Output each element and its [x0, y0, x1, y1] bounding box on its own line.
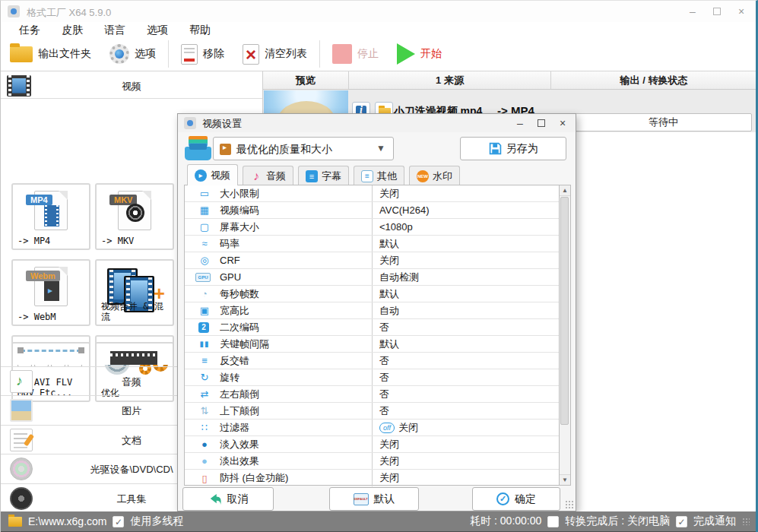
setting-value: <1080p — [379, 221, 413, 233]
scroll-down-arrow[interactable]: ▼ — [560, 474, 570, 485]
chip-icon: ▦ — [197, 204, 212, 216]
format-card-merge[interactable]: +视频合并 & 混流 — [95, 259, 174, 326]
settings-tabs: ▸视频♪音频≡字幕≡其他NEW水印 — [187, 166, 460, 185]
preset-value: 最优化的质量和大小 — [236, 143, 332, 157]
tab-音频[interactable]: ♪音频 — [243, 166, 293, 185]
setting-value: 关闭 — [379, 187, 399, 201]
setting-value: 否 — [379, 354, 389, 368]
scrollbar-thumb[interactable] — [560, 197, 569, 425]
save-as-button[interactable]: 另存为 — [460, 137, 566, 160]
remove-button[interactable]: 移除 — [172, 39, 233, 69]
dialog-maximize-button[interactable] — [536, 117, 547, 129]
setting-row-flip-horizontal[interactable]: ⇄左右颠倒否 — [185, 386, 559, 403]
tray-bin — [185, 147, 211, 160]
setting-row-gpu[interactable]: GPUGPU自动检测 — [185, 269, 559, 286]
format-card-mp4[interactable]: MP4-> MP4 — [11, 183, 90, 250]
tab-水印[interactable]: NEW水印 — [409, 166, 460, 185]
gear-icon — [109, 44, 129, 64]
setting-value: 关闭 — [379, 471, 399, 485]
menu-item-4[interactable]: 选项 — [136, 22, 179, 37]
film-play-art — [44, 281, 59, 301]
notify-checkbox[interactable]: ✓ — [676, 516, 687, 527]
setting-row-chip[interactable]: ▦视频编码AVC(H264) — [185, 202, 559, 219]
setting-row-flip-vertical[interactable]: ⇅上下颠倒否 — [185, 403, 559, 420]
quality-preset-dropdown[interactable]: 最优化的质量和大小 ▼ — [213, 137, 394, 160]
setting-row-waves[interactable]: ≈码率默认 — [185, 236, 559, 252]
shutdown-after-checkbox[interactable] — [547, 516, 559, 527]
stop-button[interactable]: 停止 — [323, 39, 388, 69]
setting-label: GPU — [220, 271, 241, 283]
dialog-title-bar: 视频设置 – × — [178, 114, 576, 132]
multithread-checkbox[interactable]: ✓ — [113, 516, 124, 527]
menu-item-3[interactable]: 语言 — [94, 22, 136, 37]
title-bar: 格式工厂 X64 5.9.0 – × — [1, 1, 756, 22]
column-output: 输出 / 转换状态 — [551, 71, 756, 89]
setting-row-filter[interactable]: ∷过滤器off关闭 — [185, 420, 559, 436]
video-card-partial[interactable] — [95, 342, 174, 365]
setting-value: 自动检测 — [379, 271, 419, 284]
toolbar: 输出文件夹 选项 移除 清空列表 停止 开始 — [1, 37, 756, 71]
menu-item-5[interactable]: 帮助 — [179, 22, 221, 37]
conversion-status: 等待中 — [575, 113, 752, 131]
setting-row-monitor[interactable]: ▢屏幕大小<1080p — [185, 219, 559, 236]
play-icon — [397, 43, 415, 65]
format-card-mkv[interactable]: MKV-> MKV — [95, 183, 174, 250]
video-settings-dialog: 视频设置 – × 最优化的质量和大小 ▼ 另存为 ▸视频♪音频≡字幕≡其他NEW… — [177, 113, 576, 511]
rotate-icon: ↻ — [197, 372, 212, 383]
card-label: -> WebM — [17, 312, 87, 322]
default-button[interactable]: 默认 — [329, 487, 419, 511]
setting-row-aspect-ratio[interactable]: ▣宽高比自动 — [185, 302, 559, 319]
crop-card-partial[interactable] — [11, 342, 90, 365]
minimize-button[interactable]: – — [687, 5, 698, 17]
remove-document-icon — [181, 44, 198, 65]
window-resize-grip[interactable] — [742, 518, 750, 525]
setting-label: 二次编码 — [220, 321, 259, 334]
mp4-badge: MP4 — [26, 195, 52, 205]
setting-row-stabilize[interactable]: ▯防抖 (白金功能)关闭 — [185, 470, 559, 486]
setting-value: 否 — [379, 404, 389, 418]
setting-row-ruler[interactable]: ▭大小限制关闭 — [185, 185, 559, 202]
setting-row-two-pass[interactable]: 2二次编码否 — [185, 319, 559, 336]
cancel-button[interactable]: 取消 — [182, 487, 274, 511]
setting-row-speedometer[interactable]: ◔每秒帧数默认 — [185, 286, 559, 302]
output-folder-button[interactable]: 输出文件夹 — [1, 39, 100, 69]
file-list-header: 预览 1 来源 输出 / 转换状态 — [263, 71, 756, 90]
setting-row-fade-in[interactable]: ●淡入效果关闭 — [185, 436, 559, 453]
stabilize-icon: ▯ — [197, 473, 212, 484]
dialog-resize-grip[interactable] — [565, 500, 574, 509]
clear-list-button[interactable]: 清空列表 — [233, 39, 316, 69]
dialog-title: 视频设置 — [202, 117, 242, 131]
ok-button[interactable]: ✓ 确定 — [472, 487, 560, 511]
menu-item-1[interactable]: 任务 — [8, 22, 51, 37]
menu-item-2[interactable]: 皮肤 — [51, 22, 94, 37]
output-folder-icon — [10, 46, 33, 62]
app-logo-icon — [8, 5, 20, 17]
setting-value: 关闭 — [379, 254, 399, 268]
table-scrollbar[interactable]: ▲ ▼ — [560, 185, 571, 486]
dialog-close-button[interactable]: × — [557, 117, 568, 129]
setting-row-keyframe[interactable]: ▮▮关键帧间隔默认 — [185, 336, 559, 353]
video-section-header[interactable]: 视频 — [1, 74, 262, 99]
start-button[interactable]: 开始 — [388, 39, 451, 69]
scroll-up-arrow[interactable]: ▲ — [560, 185, 570, 196]
setting-row-deinterlace[interactable]: ≡反交错否 — [185, 353, 559, 369]
shutdown-after-label: 转换完成后 : 关闭电脑 — [565, 515, 670, 528]
options-button[interactable]: 选项 — [100, 39, 165, 69]
tab-字幕[interactable]: ≡字幕 — [298, 166, 349, 185]
column-preview: 预览 — [263, 71, 349, 89]
setting-value: 关闭 — [379, 454, 399, 468]
setting-label: 屏幕大小 — [220, 220, 259, 234]
maximize-button[interactable] — [712, 5, 722, 17]
setting-label: 宽高比 — [220, 304, 249, 318]
dialog-minimize-button[interactable]: – — [515, 117, 525, 129]
output-path[interactable]: E:\www.x6g.com — [28, 515, 106, 527]
setting-row-rotate[interactable]: ↻旋转否 — [185, 369, 559, 386]
setting-row-fade-out[interactable]: ●淡出效果关闭 — [185, 453, 559, 470]
tab-视频[interactable]: ▸视频 — [187, 164, 238, 185]
setting-row-atom[interactable]: ◎CRF关闭 — [185, 252, 559, 269]
format-card-webm[interactable]: Webm-> WebM — [11, 259, 90, 326]
sliders-icon: ≡ — [361, 170, 373, 182]
close-button[interactable]: × — [736, 5, 747, 17]
aspect-ratio-icon: ▣ — [197, 305, 212, 316]
tab-其他[interactable]: ≡其他 — [354, 166, 404, 185]
